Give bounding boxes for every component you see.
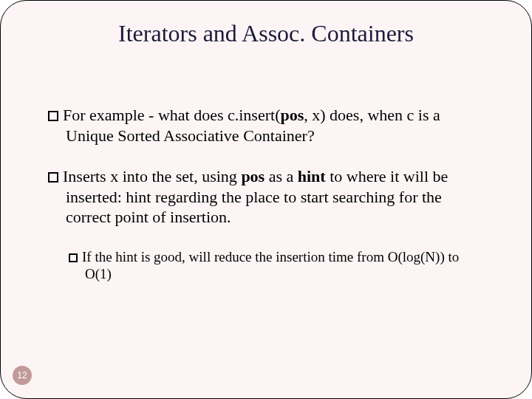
bullet-item-2: Inserts x into the set, using pos as a h… (48, 166, 487, 228)
bold-hint: hint (298, 167, 326, 185)
square-bullet-icon (69, 253, 78, 262)
bullet-sub-item: If the hint is good, will reduce the ins… (69, 248, 487, 284)
bold-pos: pos (280, 106, 304, 124)
text-fragment: as a (265, 167, 298, 185)
text-fragment: For example - what does c.insert( (63, 106, 280, 124)
slide: Iterators and Assoc. Containers For exam… (0, 0, 532, 399)
content-area: For example - what does c.insert(pos, x)… (1, 105, 531, 283)
text-fragment: Inserts x into the set, using (63, 167, 241, 185)
page-number: 12 (17, 370, 27, 381)
square-bullet-icon (48, 111, 58, 121)
page-title: Iterators and Assoc. Containers (1, 20, 531, 47)
bold-pos: pos (241, 167, 265, 185)
page-number-badge: 12 (13, 366, 32, 385)
bullet-item-1: For example - what does c.insert(pos, x)… (48, 105, 487, 146)
text-fragment: If the hint is good, will reduce the ins… (82, 249, 459, 282)
square-bullet-icon (48, 172, 58, 183)
